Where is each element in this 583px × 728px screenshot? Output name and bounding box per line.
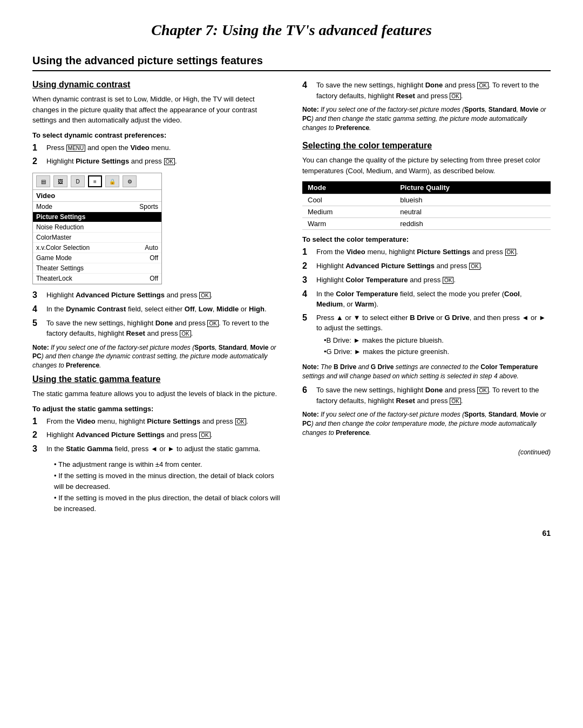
menu-screenshot: ▤ 🖼 D ≡ 🔒 ⚙ Video ModeSports Picture Set… xyxy=(32,173,162,284)
step-2: 2 Highlight Picture Settings and press O… xyxy=(32,156,281,167)
color-table-header-row: Mode Picture Quality xyxy=(302,181,551,194)
dynamic-contrast-instruction-label: To select dynamic contrast preferences: xyxy=(32,131,281,139)
ct-step-5: 5 Press ▲ or ▼ to select either B Drive … xyxy=(302,312,551,358)
sg-bullet-3: If the setting is moved in the plus dire… xyxy=(54,493,281,514)
page-footer: 61 xyxy=(32,529,551,538)
continued-text: (continued) xyxy=(302,448,551,456)
color-temp-instruction-label: To select the color temperature: xyxy=(302,235,551,243)
static-gamma-intro: The static gamma feature allows you to a… xyxy=(32,389,281,399)
dynamic-contrast-section: Using dynamic contrast When dynamic cont… xyxy=(32,80,281,370)
cell-warm-quality: reddish xyxy=(395,218,551,230)
menu-body: Video ModeSports Picture Settings Noise … xyxy=(33,190,161,284)
menu-row-color: ColorMaster xyxy=(33,233,161,243)
icon-settings: ⚙ xyxy=(123,175,137,187)
dynamic-contrast-note: Note: If you select one of the factory-s… xyxy=(32,343,281,370)
menu-row-noise: Noise Reduction xyxy=(33,222,161,233)
page-number: 61 xyxy=(542,529,551,538)
sg-step-1: 1 From the Video menu, highlight Picture… xyxy=(32,416,281,427)
ct-step-6: 6 To save the new settings, highlight Do… xyxy=(302,385,551,406)
color-table-header: Mode Picture Quality xyxy=(302,181,551,194)
icon-d: D xyxy=(71,175,85,187)
step-1: 1 Press MENU and open the Video menu. xyxy=(32,142,281,154)
static-gamma-bullets: The adjustment range is within ±4 from c… xyxy=(46,459,281,514)
color-temperature-title: Selecting the color temperature xyxy=(302,141,551,151)
menu-icon-group: ▤ 🖼 D ≡ 🔒 ⚙ xyxy=(33,173,161,190)
cell-cool-mode: Cool xyxy=(302,194,395,206)
color-temperature-intro: You can change the quality of the pictur… xyxy=(302,155,551,176)
color-table-body: Cool blueish Medium neutral Warm reddish xyxy=(302,194,551,230)
static-gamma-steps: 1 From the Video menu, highlight Picture… xyxy=(32,416,281,455)
dynamic-contrast-steps-cont: 3 Highlight Advanced Picture Settings an… xyxy=(32,290,281,339)
color-temp-note-2: Note: If you select one of the factory-s… xyxy=(302,410,551,437)
menu-row-picture-settings: Picture Settings xyxy=(33,212,161,222)
sg-step-3: 3 In the Static Gamma field, press ◄ or … xyxy=(32,444,281,455)
ct-step-1: 1 From the Video menu, highlight Picture… xyxy=(302,247,551,258)
col-mode: Mode xyxy=(302,181,395,194)
icon-lock: 🔒 xyxy=(105,175,119,187)
color-temperature-table: Mode Picture Quality Cool blueish Medium… xyxy=(302,181,551,230)
step-5: 5 To save the new settings, highlight Do… xyxy=(32,318,281,339)
color-temp-note-1: Note: The B Drive and G Drive settings a… xyxy=(302,363,551,381)
dynamic-contrast-title: Using dynamic contrast xyxy=(32,80,281,90)
sg-step-2: 2 Highlight Advanced Picture Settings an… xyxy=(32,430,281,441)
cell-warm-mode: Warm xyxy=(302,218,395,230)
dynamic-contrast-intro: When dynamic contrast is set to Low, Mid… xyxy=(32,94,281,126)
section-divider xyxy=(32,70,551,71)
cell-medium-mode: Medium xyxy=(302,206,395,218)
cell-cool-quality: blueish xyxy=(395,194,551,206)
ct-step-2: 2 Highlight Advanced Picture Settings an… xyxy=(302,261,551,272)
color-temperature-section: Selecting the color temperature You can … xyxy=(302,141,551,437)
step-3: 3 Highlight Advanced Picture Settings an… xyxy=(32,290,281,301)
static-gamma-instruction-label: To adjust the static gamma settings: xyxy=(32,405,281,413)
color-temp-steps: 1 From the Video menu, highlight Picture… xyxy=(302,247,551,358)
ct-bullet-g: G Drive: ► makes the picture greenish. xyxy=(324,346,551,357)
ct-step-6-list: 6 To save the new settings, highlight Do… xyxy=(302,385,551,406)
dynamic-contrast-steps: 1 Press MENU and open the Video menu. 2 … xyxy=(32,142,281,168)
sg-bullet-1: The adjustment range is within ±4 from c… xyxy=(54,459,281,470)
menu-section-title: Video xyxy=(33,190,161,202)
menu-row-mode: ModeSports xyxy=(33,202,161,212)
ct-step-3: 3 Highlight Color Temperature and press … xyxy=(302,275,551,286)
static-gamma-section: Using the static gamma feature The stati… xyxy=(32,375,281,514)
menu-row-theaterlock: TheaterLockOff xyxy=(33,274,161,284)
cell-medium-quality: neutral xyxy=(395,206,551,218)
save-static-gamma-steps: 4 To save the new settings, highlight Do… xyxy=(302,80,551,101)
table-row-warm: Warm reddish xyxy=(302,218,551,230)
step-4: 4 In the Dynamic Contrast field, select … xyxy=(32,304,281,315)
ct-step-5-bullets: B Drive: ► makes the picture blueish. G … xyxy=(316,335,551,357)
left-column: Using dynamic contrast When dynamic cont… xyxy=(32,80,281,518)
ct-step-4: 4 In the Color Temperature field, select… xyxy=(302,289,551,310)
ct-bullet-b: B Drive: ► makes the picture blueish. xyxy=(324,335,551,346)
icon-video: ▤ xyxy=(36,175,50,187)
footer-right: (continued) xyxy=(302,448,551,456)
static-gamma-note: Note: If you select one of the factory-s… xyxy=(302,105,551,132)
menu-row-xv: x.v.Color SelectionAuto xyxy=(33,243,161,253)
menu-row-theater: Theater Settings xyxy=(33,263,161,274)
chapter-title: Chapter 7: Using the TV's advanced featu… xyxy=(32,22,551,41)
table-row-medium: Medium neutral xyxy=(302,206,551,218)
col-quality: Picture Quality xyxy=(395,181,551,194)
icon-selected: ≡ xyxy=(88,175,102,187)
table-row-cool: Cool blueish xyxy=(302,194,551,206)
section-title: Using the advanced picture settings feat… xyxy=(32,54,551,67)
right-column: 4 To save the new settings, highlight Do… xyxy=(302,80,551,518)
static-gamma-title: Using the static gamma feature xyxy=(32,375,281,384)
save-sg-step-4: 4 To save the new settings, highlight Do… xyxy=(302,80,551,101)
sg-bullet-2: If the setting is moved in the minus dir… xyxy=(54,471,281,492)
icon-picture: 🖼 xyxy=(53,175,67,187)
menu-row-game: Game ModeOff xyxy=(33,253,161,263)
